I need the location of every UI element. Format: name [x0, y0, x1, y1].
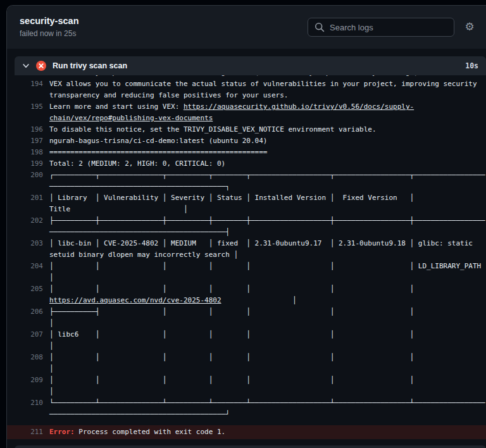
line-number[interactable]: 210	[7, 397, 43, 420]
step-duration: 10s	[465, 61, 478, 70]
log-span: │ libc6 │ │ │ │ │ │ │	[49, 330, 486, 350]
log-row: 195Learn more and start using VEX: https…	[7, 101, 486, 124]
line-number[interactable]: 199	[7, 158, 43, 170]
line-number[interactable]: 205	[7, 283, 43, 306]
log-row: 206├──────────┤ │ │ │ │ │ │	[7, 306, 486, 329]
log-text: To disable this notice, set the TRIVY_DI…	[49, 124, 486, 135]
log-text: │ │ │ │ │ │ │ │	[49, 352, 486, 375]
log-row: 196To disable this notice, set the TRIVY…	[7, 124, 486, 135]
log-row: 204│ │ │ │ │ │ │ LD_LIBRARY_PATH │	[7, 261, 486, 283]
log-span: Total: 2 (MEDIUM: 2, HIGH: 0, CRITICAL: …	[49, 159, 225, 168]
log-row: 198=====================================…	[7, 147, 486, 158]
log-span: │ │ │ │ │ │ │ │	[49, 376, 486, 395]
job-status-text: failed now in 25s	[20, 29, 308, 39]
log-row: 197ngurah-bagus-trisna/ci-cd-demo:latest…	[7, 135, 486, 147]
log-text: ========================================…	[49, 147, 486, 158]
line-number[interactable]: 209	[7, 375, 43, 397]
log-span: │ │ │ │ │ │ │	[49, 285, 418, 293]
chevron-down-icon[interactable]	[22, 62, 30, 70]
log-span: │ │ │ │ │ │ │ │	[49, 353, 486, 373]
log-text: └──────────┴───────────────┴──────────┴─…	[49, 397, 486, 420]
step-name: Run trivy scan scan	[53, 61, 459, 70]
log-span: VEX allows you to communicate the actual…	[49, 80, 481, 99]
line-number[interactable]: 211	[7, 426, 43, 438]
log-span: ┌──────────┬───────────────┬──────────┬─…	[49, 171, 485, 190]
line-number[interactable]: 200	[7, 170, 43, 192]
line-number[interactable]: 201	[7, 192, 43, 215]
gear-icon: ⚙	[464, 21, 474, 33]
log-span: To disable this notice, set the TRIVY_DI…	[49, 125, 377, 134]
job-log-panel: security-scan failed now in 25s ⚙ Run tr…	[6, 5, 486, 448]
line-number[interactable]: 204	[7, 261, 43, 283]
log-rows: not actively exploitable, consider issui…	[7, 67, 486, 439]
step-header[interactable]: Run trivy scan scan 10s	[15, 56, 486, 75]
search-input[interactable]	[330, 23, 447, 32]
log-span: ngurah-bagus-trisna/ci-cd-demo:latest (u…	[49, 137, 267, 145]
log-text: Total: 2 (MEDIUM: 2, HIGH: 0, CRITICAL: …	[49, 158, 486, 170]
log-span: ├──────────┤ │ │ │ │ │ │	[49, 308, 486, 327]
log-row: 207│ libc6 │ │ │ │ │ │ │	[7, 329, 486, 352]
search-icon	[315, 22, 325, 32]
line-number[interactable]: 196	[7, 124, 43, 135]
log-text: │ libc6 │ │ │ │ │ │ │	[49, 329, 486, 352]
log-span: │ libc-bin │ CVE-2025-4802 │ MEDIUM │ fi…	[49, 239, 477, 259]
log-row: 201│ Library │ Vulnerability │ Severity …	[7, 192, 486, 215]
log-text: Error: Process completed with exit code …	[49, 426, 486, 438]
log-row: 205│ │ │ │ │ │ │ https://avd.aquasec.com…	[7, 283, 486, 306]
log-text: │ │ │ │ │ │ │ https://avd.aquasec.com/nv…	[49, 283, 486, 306]
job-title: security-scan	[20, 16, 308, 27]
log-text: VEX allows you to communicate the actual…	[49, 78, 486, 101]
log-span: ========================================…	[49, 148, 267, 156]
log-row: 209│ │ │ │ │ │ │ │	[7, 375, 486, 397]
line-number[interactable]: 208	[7, 352, 43, 375]
log-text: Learn more and start using VEX: https://…	[49, 101, 486, 124]
line-number[interactable]: 197	[7, 135, 43, 147]
log-link[interactable]: https://avd.aquasec.com/nvd/cve-2025-480…	[49, 296, 221, 304]
next-step-header[interactable]	[15, 445, 486, 448]
settings-gear-button[interactable]: ⚙	[463, 21, 476, 34]
log-text: │ Library │ Vulnerability │ Severity │ S…	[49, 192, 486, 215]
log-text: ┌──────────┬───────────────┬──────────┬─…	[49, 170, 486, 192]
log-span: Learn more and start using VEX:	[49, 103, 184, 111]
line-number[interactable]: 198	[7, 147, 43, 158]
log-row: 208│ │ │ │ │ │ │ │	[7, 352, 486, 375]
job-header: security-scan failed now in 25s ⚙	[7, 6, 486, 49]
log-row: 210└──────────┴───────────────┴─────────…	[7, 397, 486, 420]
log-span: ├──────────┼───────────────┼──────────┼─…	[49, 216, 485, 236]
log-text: ngurah-bagus-trisna/ci-cd-demo:latest (u…	[49, 135, 486, 147]
log-row: 211Error: Process completed with exit co…	[7, 425, 486, 439]
log-span: │ │ │ │ │ │ │ LD_LIBRARY_PATH │	[49, 262, 486, 282]
line-number[interactable]: 194	[7, 78, 43, 101]
log-row: 200┌──────────┬───────────────┬─────────…	[7, 170, 486, 192]
log-row: 199Total: 2 (MEDIUM: 2, HIGH: 0, CRITICA…	[7, 158, 486, 170]
x-circle-fill-icon	[36, 61, 46, 71]
log-span: │	[221, 296, 297, 304]
log-row: 194VEX allows you to communicate the act…	[7, 78, 486, 101]
log-text: ├──────────┼───────────────┼──────────┼─…	[49, 215, 486, 238]
log-span: └──────────┴───────────────┴──────────┴─…	[49, 399, 485, 418]
log-text: │ │ │ │ │ │ │ │	[49, 375, 486, 397]
line-number[interactable]: 203	[7, 238, 43, 261]
line-number[interactable]: 195	[7, 101, 43, 124]
line-number[interactable]: 202	[7, 215, 43, 238]
error-label: Error:	[49, 428, 78, 436]
line-number[interactable]: 206	[7, 306, 43, 329]
log-row: 202├──────────┼───────────────┼─────────…	[7, 215, 486, 238]
log-row: 203│ libc-bin │ CVE-2025-4802 │ MEDIUM │…	[7, 238, 486, 261]
log-text: ├──────────┤ │ │ │ │ │ │	[49, 306, 486, 329]
log-span: Process completed with exit code 1.	[78, 428, 225, 436]
log-search-box[interactable]	[308, 18, 454, 37]
job-title-block: security-scan failed now in 25s	[20, 16, 308, 39]
log-text: │ │ │ │ │ │ │ LD_LIBRARY_PATH │	[49, 261, 486, 283]
log-text: │ libc-bin │ CVE-2025-4802 │ MEDIUM │ fi…	[49, 238, 486, 261]
log-span: │ Library │ Vulnerability │ Severity │ S…	[49, 194, 486, 213]
line-number[interactable]: 207	[7, 329, 43, 352]
